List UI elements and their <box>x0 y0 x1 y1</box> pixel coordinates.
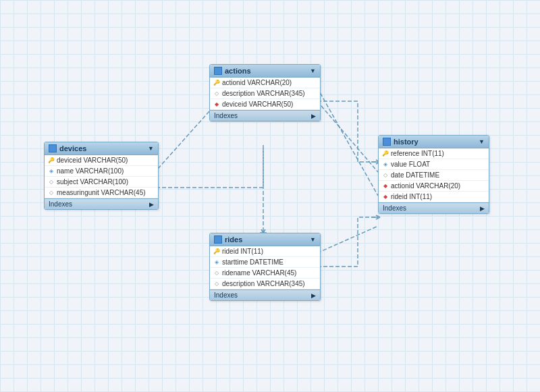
field-text: date DATETIME <box>391 171 439 179</box>
table-row: 🔑 reference INT(11) <box>379 148 489 159</box>
table-rides-indexes[interactable]: Indexes ▶ <box>210 289 320 300</box>
table-rides-icon <box>214 235 222 244</box>
svg-line-0 <box>152 111 209 175</box>
indexes-label: Indexes <box>49 200 72 208</box>
table-row: 🔑 actionid VARCHAR(20) <box>210 78 320 88</box>
field-text: measuringunit VARCHAR(45) <box>57 189 146 196</box>
field-text: actionid VARCHAR(20) <box>222 79 292 86</box>
fk-icon: ◆ <box>382 183 389 190</box>
table-devices-fields: 🔑 deviceid VARCHAR(50) ◈ name VARCHAR(10… <box>45 155 158 198</box>
table-history[interactable]: history ▼ 🔑 reference INT(11) ◈ value FL… <box>378 135 489 214</box>
indexes-label: Indexes <box>383 204 406 212</box>
indexes-chevron: ▶ <box>480 205 485 212</box>
diamond-icon: ◇ <box>382 172 389 179</box>
table-devices-indexes[interactable]: Indexes ▶ <box>45 198 158 209</box>
field-text: starttime DATETIME <box>222 258 284 266</box>
table-rides-fields: 🔑 rideid INT(11) ◈ starttime DATETIME ◇ … <box>210 246 320 289</box>
table-devices-name: devices <box>59 144 86 152</box>
pk-icon: 🔑 <box>48 157 55 164</box>
pk-icon: 🔑 <box>382 150 389 157</box>
table-row: ◆ rideid INT(11) <box>379 192 489 202</box>
field-text: actionid VARCHAR(20) <box>391 182 460 190</box>
table-actions-header[interactable]: actions ▼ <box>210 65 320 78</box>
table-history-indexes[interactable]: Indexes ▶ <box>379 202 489 213</box>
svg-line-13 <box>376 215 380 217</box>
table-actions-fields: 🔑 actionid VARCHAR(20) ◇ description VAR… <box>210 78 320 110</box>
diamond-icon: ◇ <box>213 281 220 287</box>
pk-icon: 🔑 <box>213 80 220 86</box>
diamond-icon: ◇ <box>48 179 55 186</box>
table-row: ◇ description VARCHAR(345) <box>210 279 320 289</box>
indexes-chevron: ▶ <box>311 113 316 119</box>
table-devices[interactable]: devices ▼ 🔑 deviceid VARCHAR(50) ◈ name … <box>44 142 159 210</box>
svg-line-5 <box>317 226 378 253</box>
fk-icon: ◆ <box>382 194 389 200</box>
field-text: value FLOAT <box>391 161 430 168</box>
table-devices-icon <box>49 144 57 152</box>
field-text: reference INT(11) <box>391 150 444 157</box>
indexes-label: Indexes <box>214 291 238 299</box>
table-history-fields: 🔑 reference INT(11) ◈ value FLOAT ◇ date… <box>379 148 489 202</box>
table-actions[interactable]: actions ▼ 🔑 actionid VARCHAR(20) ◇ descr… <box>209 64 321 121</box>
svg-line-14 <box>376 217 380 219</box>
blue-diamond-icon: ◈ <box>382 161 389 168</box>
table-row: 🔑 deviceid VARCHAR(50) <box>45 155 158 166</box>
field-text: name VARCHAR(100) <box>57 167 124 175</box>
table-row: ◈ name VARCHAR(100) <box>45 166 158 177</box>
field-text: subject VARCHAR(100) <box>57 178 128 186</box>
table-row: ◇ measuringunit VARCHAR(45) <box>45 188 158 198</box>
diamond-icon: ◇ <box>213 90 220 97</box>
table-row: ◇ subject VARCHAR(100) <box>45 177 158 188</box>
table-actions-chevron[interactable]: ▼ <box>310 67 316 74</box>
field-text: rideid INT(11) <box>391 193 432 200</box>
indexes-chevron: ▶ <box>311 292 316 299</box>
table-row: ◈ starttime DATETIME <box>210 257 320 268</box>
table-devices-chevron[interactable]: ▼ <box>148 145 154 152</box>
diamond-icon: ◇ <box>48 190 55 196</box>
pk-icon: 🔑 <box>213 248 220 255</box>
table-row: ◇ ridename VARCHAR(45) <box>210 268 320 279</box>
fk-icon: ◆ <box>213 101 220 108</box>
table-row: ◈ value FLOAT <box>379 159 489 170</box>
table-row: ◆ actionid VARCHAR(20) <box>379 181 489 192</box>
blue-diamond-icon: ◈ <box>213 259 220 266</box>
field-text: description VARCHAR(345) <box>222 90 305 97</box>
table-history-chevron[interactable]: ▼ <box>479 138 485 145</box>
table-row: 🔑 rideid INT(11) <box>210 246 320 257</box>
table-history-header[interactable]: history ▼ <box>379 136 489 148</box>
svg-line-4 <box>317 88 378 196</box>
table-actions-indexes[interactable]: Indexes ▶ <box>210 110 320 121</box>
table-rides-chevron[interactable]: ▼ <box>310 236 316 243</box>
field-text: deviceid VARCHAR(50) <box>57 157 128 164</box>
indexes-chevron: ▶ <box>149 201 154 208</box>
table-rides[interactable]: rides ▼ 🔑 rideid INT(11) ◈ starttime DAT… <box>209 233 321 301</box>
field-text: description VARCHAR(345) <box>222 280 305 287</box>
table-history-icon <box>383 138 391 146</box>
table-row: ◇ date DATETIME <box>379 170 489 181</box>
field-text: deviceid VARCHAR(50) <box>222 101 293 108</box>
table-actions-icon <box>214 67 222 75</box>
diamond-icon: ◇ <box>213 270 220 277</box>
field-text: rideid INT(11) <box>222 248 263 255</box>
svg-line-3 <box>317 101 378 172</box>
field-text: ridename VARCHAR(45) <box>222 269 296 277</box>
table-row: ◇ description VARCHAR(345) <box>210 88 320 99</box>
table-devices-header[interactable]: devices ▼ <box>45 142 158 155</box>
table-history-name: history <box>394 138 418 146</box>
table-rides-header[interactable]: rides ▼ <box>210 233 320 246</box>
table-row: ◆ deviceid VARCHAR(50) <box>210 99 320 110</box>
blue-diamond-icon: ◈ <box>48 168 55 175</box>
indexes-label: Indexes <box>214 112 238 119</box>
table-rides-name: rides <box>225 235 242 244</box>
table-actions-name: actions <box>225 67 251 75</box>
